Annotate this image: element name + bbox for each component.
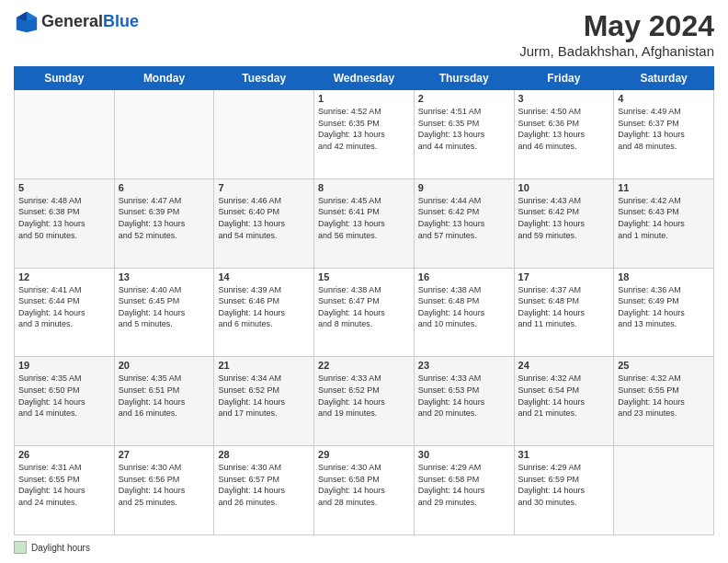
calendar-week-row: 26Sunrise: 4:31 AMSunset: 6:55 PMDayligh… [15, 446, 714, 535]
day-number: 31 [518, 449, 610, 460]
day-info: Sunrise: 4:43 AMSunset: 6:42 PMDaylight:… [518, 195, 610, 241]
calendar-cell: 21Sunrise: 4:34 AMSunset: 6:52 PMDayligh… [214, 357, 314, 446]
day-info: Sunrise: 4:40 AMSunset: 6:45 PMDaylight:… [119, 284, 210, 330]
legend-box [14, 541, 27, 554]
calendar-cell [114, 90, 214, 179]
day-info: Sunrise: 4:35 AMSunset: 6:51 PMDaylight:… [119, 373, 210, 419]
calendar-cell: 8Sunrise: 4:45 AMSunset: 6:41 PMDaylight… [314, 178, 415, 268]
day-number: 12 [18, 271, 110, 282]
calendar-week-row: 12Sunrise: 4:41 AMSunset: 6:44 PMDayligh… [15, 268, 714, 357]
calendar-cell: 13Sunrise: 4:40 AMSunset: 6:45 PMDayligh… [114, 268, 214, 357]
day-number: 16 [418, 271, 510, 282]
day-info: Sunrise: 4:51 AMSunset: 6:35 PMDaylight:… [418, 106, 510, 152]
calendar-cell: 16Sunrise: 4:38 AMSunset: 6:48 PMDayligh… [414, 268, 514, 357]
calendar-cell: 19Sunrise: 4:35 AMSunset: 6:50 PMDayligh… [15, 357, 115, 446]
calendar-cell: 11Sunrise: 4:42 AMSunset: 6:43 PMDayligh… [614, 178, 714, 268]
day-number: 7 [218, 182, 310, 193]
calendar-cell [614, 446, 714, 535]
day-number: 19 [18, 360, 110, 371]
day-info: Sunrise: 4:34 AMSunset: 6:52 PMDaylight:… [218, 373, 310, 419]
calendar-cell: 9Sunrise: 4:44 AMSunset: 6:42 PMDaylight… [414, 178, 514, 268]
day-number: 24 [518, 360, 610, 371]
calendar-cell: 26Sunrise: 4:31 AMSunset: 6:55 PMDayligh… [15, 446, 115, 535]
calendar-cell: 28Sunrise: 4:30 AMSunset: 6:57 PMDayligh… [214, 446, 314, 535]
day-number: 14 [218, 271, 310, 282]
day-number: 11 [618, 182, 710, 193]
calendar-week-row: 1Sunrise: 4:52 AMSunset: 6:35 PMDaylight… [15, 90, 714, 179]
day-number: 8 [318, 182, 410, 193]
day-number: 10 [518, 182, 610, 193]
calendar-week-row: 19Sunrise: 4:35 AMSunset: 6:50 PMDayligh… [15, 357, 714, 446]
day-info: Sunrise: 4:50 AMSunset: 6:36 PMDaylight:… [518, 106, 610, 152]
day-info: Sunrise: 4:38 AMSunset: 6:47 PMDaylight:… [318, 284, 410, 330]
calendar-cell: 4Sunrise: 4:49 AMSunset: 6:37 PMDaylight… [614, 90, 714, 179]
day-info: Sunrise: 4:37 AMSunset: 6:48 PMDaylight:… [518, 284, 610, 330]
day-info: Sunrise: 4:30 AMSunset: 6:58 PMDaylight:… [318, 462, 410, 508]
subtitle: Jurm, Badakhshan, Afghanistan [519, 43, 714, 59]
calendar-table: SundayMondayTuesdayWednesdayThursdayFrid… [14, 66, 714, 535]
month-title: May 2024 [519, 9, 714, 43]
day-of-week-header: Tuesday [214, 67, 314, 90]
day-info: Sunrise: 4:29 AMSunset: 6:59 PMDaylight:… [518, 462, 610, 508]
day-info: Sunrise: 4:44 AMSunset: 6:42 PMDaylight:… [418, 195, 510, 241]
day-number: 1 [318, 93, 410, 104]
day-number: 6 [119, 182, 210, 193]
day-info: Sunrise: 4:35 AMSunset: 6:50 PMDaylight:… [18, 373, 110, 419]
logo-text: GeneralBlue [41, 13, 139, 31]
day-number: 15 [318, 271, 410, 282]
legend-label: Daylight hours [31, 543, 90, 553]
calendar-cell: 31Sunrise: 4:29 AMSunset: 6:59 PMDayligh… [514, 446, 614, 535]
calendar-cell: 20Sunrise: 4:35 AMSunset: 6:51 PMDayligh… [114, 357, 214, 446]
logo: GeneralBlue [14, 9, 139, 35]
day-number: 5 [18, 182, 110, 193]
calendar-cell: 2Sunrise: 4:51 AMSunset: 6:35 PMDaylight… [414, 90, 514, 179]
calendar-cell: 12Sunrise: 4:41 AMSunset: 6:44 PMDayligh… [15, 268, 115, 357]
day-number: 27 [119, 449, 210, 460]
day-of-week-header: Thursday [414, 67, 514, 90]
calendar-cell: 18Sunrise: 4:36 AMSunset: 6:49 PMDayligh… [614, 268, 714, 357]
calendar-cell: 15Sunrise: 4:38 AMSunset: 6:47 PMDayligh… [314, 268, 415, 357]
day-number: 28 [218, 449, 310, 460]
day-number: 13 [119, 271, 210, 282]
title-area: May 2024 Jurm, Badakhshan, Afghanistan [519, 9, 714, 59]
day-info: Sunrise: 4:33 AMSunset: 6:53 PMDaylight:… [418, 373, 510, 419]
day-info: Sunrise: 4:29 AMSunset: 6:58 PMDaylight:… [418, 462, 510, 508]
calendar-cell: 22Sunrise: 4:33 AMSunset: 6:52 PMDayligh… [314, 357, 415, 446]
calendar-cell: 10Sunrise: 4:43 AMSunset: 6:42 PMDayligh… [514, 178, 614, 268]
day-info: Sunrise: 4:33 AMSunset: 6:52 PMDaylight:… [318, 373, 410, 419]
page: GeneralBlue May 2024 Jurm, Badakhshan, A… [0, 0, 728, 563]
calendar-cell: 6Sunrise: 4:47 AMSunset: 6:39 PMDaylight… [114, 178, 214, 268]
day-number: 30 [418, 449, 510, 460]
header: GeneralBlue May 2024 Jurm, Badakhshan, A… [14, 9, 714, 59]
day-info: Sunrise: 4:39 AMSunset: 6:46 PMDaylight:… [218, 284, 310, 330]
day-info: Sunrise: 4:30 AMSunset: 6:56 PMDaylight:… [119, 462, 210, 508]
calendar-cell [214, 90, 314, 179]
day-of-week-header: Friday [514, 67, 614, 90]
day-info: Sunrise: 4:30 AMSunset: 6:57 PMDaylight:… [218, 462, 310, 508]
day-number: 29 [318, 449, 410, 460]
calendar-week-row: 5Sunrise: 4:48 AMSunset: 6:38 PMDaylight… [15, 178, 714, 268]
day-number: 22 [318, 360, 410, 371]
day-of-week-header: Monday [114, 67, 214, 90]
calendar-cell: 17Sunrise: 4:37 AMSunset: 6:48 PMDayligh… [514, 268, 614, 357]
calendar-cell: 5Sunrise: 4:48 AMSunset: 6:38 PMDaylight… [15, 178, 115, 268]
calendar-cell: 29Sunrise: 4:30 AMSunset: 6:58 PMDayligh… [314, 446, 415, 535]
calendar-cell: 14Sunrise: 4:39 AMSunset: 6:46 PMDayligh… [214, 268, 314, 357]
day-of-week-header: Sunday [15, 67, 115, 90]
day-number: 2 [418, 93, 510, 104]
calendar-cell: 27Sunrise: 4:30 AMSunset: 6:56 PMDayligh… [114, 446, 214, 535]
day-number: 4 [618, 93, 710, 104]
day-number: 25 [618, 360, 710, 371]
day-number: 17 [518, 271, 610, 282]
day-of-week-header: Saturday [614, 67, 714, 90]
day-info: Sunrise: 4:46 AMSunset: 6:40 PMDaylight:… [218, 195, 310, 241]
day-number: 26 [18, 449, 110, 460]
logo-icon [14, 9, 40, 35]
calendar-cell: 1Sunrise: 4:52 AMSunset: 6:35 PMDaylight… [314, 90, 415, 179]
day-number: 23 [418, 360, 510, 371]
calendar-cell: 25Sunrise: 4:32 AMSunset: 6:55 PMDayligh… [614, 357, 714, 446]
day-info: Sunrise: 4:32 AMSunset: 6:55 PMDaylight:… [618, 373, 710, 419]
day-info: Sunrise: 4:36 AMSunset: 6:49 PMDaylight:… [618, 284, 710, 330]
footer: Daylight hours [14, 541, 714, 554]
day-info: Sunrise: 4:41 AMSunset: 6:44 PMDaylight:… [18, 284, 110, 330]
